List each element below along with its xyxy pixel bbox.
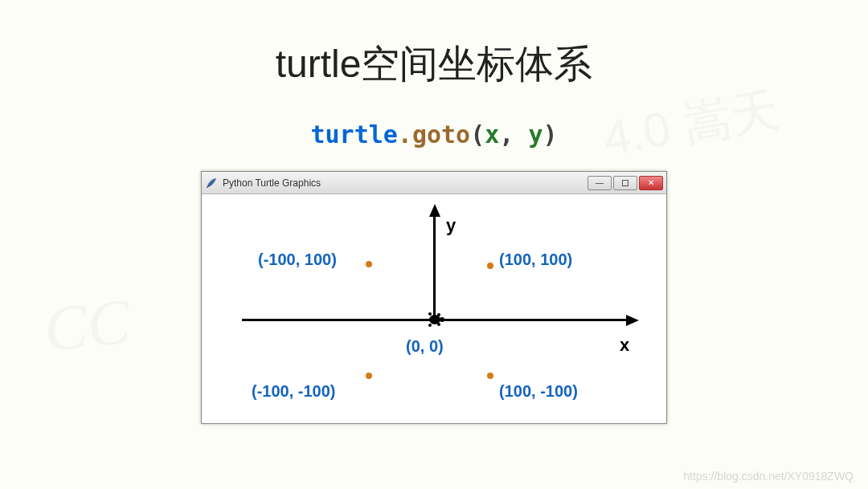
window-title: Python Turtle Graphics bbox=[223, 177, 586, 189]
feather-icon bbox=[205, 177, 218, 189]
q3-coord: (-100, -100) bbox=[252, 382, 336, 401]
code-space bbox=[514, 120, 528, 149]
turtle-window: Python Turtle Graphics — ✕ y x (0, 0) (-… bbox=[201, 171, 667, 424]
y-axis-label: y bbox=[446, 215, 456, 236]
code-arg-x: x bbox=[485, 120, 499, 149]
q1-coord: (100, 100) bbox=[499, 251, 572, 269]
minimize-button[interactable]: — bbox=[588, 176, 612, 190]
code-snippet: turtle.goto(x, y) bbox=[0, 120, 868, 149]
q4-coord: (100, -100) bbox=[499, 382, 578, 401]
svg-point-3 bbox=[428, 324, 432, 327]
y-axis-line bbox=[433, 214, 436, 319]
watermark-url: https://blog.csdn.net/XY0918ZWQ bbox=[683, 470, 854, 483]
code-close-paren: ) bbox=[542, 120, 557, 149]
maximize-button[interactable] bbox=[613, 176, 637, 190]
svg-point-1 bbox=[440, 317, 444, 322]
turtle-icon bbox=[424, 308, 446, 331]
code-arg-y: y bbox=[528, 120, 542, 149]
turtle-canvas: y x (0, 0) (-100, 100) (100, 100) (-100,… bbox=[202, 194, 666, 423]
slide-title: turtle空间坐标体系 bbox=[0, 39, 868, 90]
window-titlebar: Python Turtle Graphics — ✕ bbox=[202, 172, 666, 194]
x-axis-label: x bbox=[620, 335, 629, 356]
origin-coord: (0, 0) bbox=[406, 337, 444, 356]
code-comma: , bbox=[499, 120, 514, 149]
code-func: goto bbox=[412, 120, 470, 149]
watermark-cc: CC bbox=[41, 285, 134, 367]
q2-coord: (-100, 100) bbox=[258, 251, 337, 269]
y-axis-arrow bbox=[429, 204, 440, 217]
point-q2 bbox=[366, 261, 372, 267]
svg-point-2 bbox=[428, 312, 432, 316]
point-q4 bbox=[487, 373, 493, 379]
svg-point-4 bbox=[437, 313, 440, 316]
svg-point-5 bbox=[437, 323, 440, 326]
close-button[interactable]: ✕ bbox=[639, 176, 663, 190]
code-module: turtle bbox=[310, 120, 397, 149]
point-q1 bbox=[487, 263, 493, 269]
window-buttons: — ✕ bbox=[586, 176, 663, 190]
code-open-paren: ( bbox=[470, 120, 485, 149]
x-axis-arrow bbox=[626, 315, 639, 326]
code-dot: . bbox=[398, 120, 412, 149]
point-q3 bbox=[366, 373, 372, 379]
